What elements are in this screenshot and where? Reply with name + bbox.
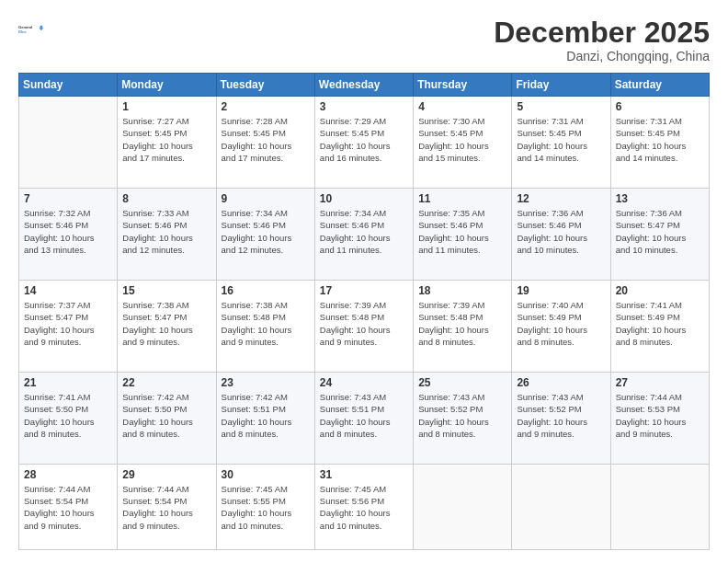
- calendar-cell: 26Sunrise: 7:43 AMSunset: 5:52 PMDayligh…: [512, 372, 610, 464]
- day-info: Sunrise: 7:34 AMSunset: 5:46 PMDaylight:…: [222, 207, 310, 256]
- calendar-cell: 27Sunrise: 7:44 AMSunset: 5:53 PMDayligh…: [610, 372, 709, 464]
- calendar-cell: 31Sunrise: 7:45 AMSunset: 5:56 PMDayligh…: [314, 464, 413, 549]
- logo: GeneralBlue: [18, 17, 44, 42]
- svg-text:Blue: Blue: [18, 29, 27, 34]
- svg-marker-2: [39, 26, 43, 31]
- day-number: 27: [616, 376, 704, 389]
- day-info: Sunrise: 7:44 AMSunset: 5:54 PMDaylight:…: [122, 483, 210, 532]
- day-info: Sunrise: 7:36 AMSunset: 5:47 PMDaylight:…: [616, 207, 704, 256]
- calendar-cell: 8Sunrise: 7:33 AMSunset: 5:46 PMDaylight…: [118, 189, 216, 281]
- day-info: Sunrise: 7:43 AMSunset: 5:52 PMDaylight:…: [517, 391, 605, 440]
- day-number: 14: [24, 284, 112, 297]
- day-number: 29: [122, 468, 210, 481]
- calendar-cell: 20Sunrise: 7:41 AMSunset: 5:49 PMDayligh…: [610, 281, 709, 373]
- day-number: 12: [517, 192, 605, 205]
- day-number: 8: [122, 192, 210, 205]
- day-info: Sunrise: 7:30 AMSunset: 5:45 PMDaylight:…: [418, 115, 506, 164]
- calendar-cell: 28Sunrise: 7:44 AMSunset: 5:54 PMDayligh…: [19, 464, 118, 549]
- day-info: Sunrise: 7:34 AMSunset: 5:46 PMDaylight:…: [320, 207, 408, 256]
- logo-icon: GeneralBlue: [18, 17, 44, 42]
- day-number: 20: [616, 284, 704, 297]
- weekday-header: Wednesday: [314, 74, 413, 97]
- weekday-header: Saturday: [610, 74, 709, 97]
- day-number: 30: [222, 468, 310, 481]
- day-number: 13: [616, 192, 704, 205]
- weekday-header: Friday: [512, 74, 610, 97]
- calendar-cell: 15Sunrise: 7:38 AMSunset: 5:47 PMDayligh…: [118, 281, 216, 373]
- calendar-cell: 17Sunrise: 7:39 AMSunset: 5:48 PMDayligh…: [314, 281, 413, 373]
- day-number: 21: [24, 376, 112, 389]
- calendar-cell: [19, 97, 118, 189]
- day-number: 18: [418, 284, 506, 297]
- day-info: Sunrise: 7:44 AMSunset: 5:53 PMDaylight:…: [616, 391, 704, 440]
- calendar-cell: 3Sunrise: 7:29 AMSunset: 5:45 PMDaylight…: [314, 97, 413, 189]
- calendar-cell: 10Sunrise: 7:34 AMSunset: 5:46 PMDayligh…: [314, 189, 413, 281]
- calendar-cell: 9Sunrise: 7:34 AMSunset: 5:46 PMDaylight…: [216, 189, 314, 281]
- day-info: Sunrise: 7:43 AMSunset: 5:52 PMDaylight:…: [418, 391, 506, 440]
- calendar-cell: 4Sunrise: 7:30 AMSunset: 5:45 PMDaylight…: [414, 97, 512, 189]
- day-info: Sunrise: 7:45 AMSunset: 5:56 PMDaylight:…: [320, 483, 408, 532]
- day-number: 19: [517, 284, 605, 297]
- header: GeneralBlue December 2025 Danzi, Chongqi…: [18, 17, 710, 63]
- day-info: Sunrise: 7:41 AMSunset: 5:49 PMDaylight:…: [616, 299, 704, 348]
- day-info: Sunrise: 7:39 AMSunset: 5:48 PMDaylight:…: [320, 299, 408, 348]
- calendar-cell: 25Sunrise: 7:43 AMSunset: 5:52 PMDayligh…: [414, 372, 512, 464]
- day-info: Sunrise: 7:31 AMSunset: 5:45 PMDaylight:…: [517, 115, 605, 164]
- calendar-cell: 12Sunrise: 7:36 AMSunset: 5:46 PMDayligh…: [512, 189, 610, 281]
- day-info: Sunrise: 7:42 AMSunset: 5:51 PMDaylight:…: [222, 391, 310, 440]
- weekday-header: Tuesday: [216, 74, 314, 97]
- calendar-cell: 16Sunrise: 7:38 AMSunset: 5:48 PMDayligh…: [216, 281, 314, 373]
- day-info: Sunrise: 7:27 AMSunset: 5:45 PMDaylight:…: [122, 115, 210, 164]
- day-info: Sunrise: 7:32 AMSunset: 5:46 PMDaylight:…: [24, 207, 112, 256]
- calendar-cell: 14Sunrise: 7:37 AMSunset: 5:47 PMDayligh…: [19, 281, 118, 373]
- page: GeneralBlue December 2025 Danzi, Chongqi…: [0, 0, 728, 563]
- day-info: Sunrise: 7:31 AMSunset: 5:45 PMDaylight:…: [616, 115, 704, 164]
- day-info: Sunrise: 7:33 AMSunset: 5:46 PMDaylight:…: [122, 207, 210, 256]
- day-number: 11: [418, 192, 506, 205]
- calendar-cell: [610, 464, 709, 549]
- calendar-cell: 5Sunrise: 7:31 AMSunset: 5:45 PMDaylight…: [512, 97, 610, 189]
- calendar-cell: 22Sunrise: 7:42 AMSunset: 5:50 PMDayligh…: [118, 372, 216, 464]
- calendar-cell: 7Sunrise: 7:32 AMSunset: 5:46 PMDaylight…: [19, 189, 118, 281]
- day-info: Sunrise: 7:37 AMSunset: 5:47 PMDaylight:…: [24, 299, 112, 348]
- day-info: Sunrise: 7:36 AMSunset: 5:46 PMDaylight:…: [517, 207, 605, 256]
- day-number: 23: [222, 376, 310, 389]
- day-number: 4: [418, 100, 506, 113]
- day-number: 17: [320, 284, 408, 297]
- calendar-cell: 23Sunrise: 7:42 AMSunset: 5:51 PMDayligh…: [216, 372, 314, 464]
- day-number: 5: [517, 100, 605, 113]
- calendar-table: SundayMondayTuesdayWednesdayThursdayFrid…: [18, 73, 710, 550]
- day-number: 25: [418, 376, 506, 389]
- day-info: Sunrise: 7:29 AMSunset: 5:45 PMDaylight:…: [320, 115, 408, 164]
- month-title: December 2025: [494, 17, 710, 49]
- calendar-cell: 21Sunrise: 7:41 AMSunset: 5:50 PMDayligh…: [19, 372, 118, 464]
- day-info: Sunrise: 7:39 AMSunset: 5:48 PMDaylight:…: [418, 299, 506, 348]
- calendar-cell: 6Sunrise: 7:31 AMSunset: 5:45 PMDaylight…: [610, 97, 709, 189]
- day-info: Sunrise: 7:45 AMSunset: 5:55 PMDaylight:…: [222, 483, 310, 532]
- location-subtitle: Danzi, Chongqing, China: [494, 49, 710, 63]
- calendar-cell: 1Sunrise: 7:27 AMSunset: 5:45 PMDaylight…: [118, 97, 216, 189]
- calendar-cell: 13Sunrise: 7:36 AMSunset: 5:47 PMDayligh…: [610, 189, 709, 281]
- calendar-cell: 19Sunrise: 7:40 AMSunset: 5:49 PMDayligh…: [512, 281, 610, 373]
- day-number: 2: [222, 100, 310, 113]
- day-number: 24: [320, 376, 408, 389]
- calendar-cell: 29Sunrise: 7:44 AMSunset: 5:54 PMDayligh…: [118, 464, 216, 549]
- calendar-cell: 18Sunrise: 7:39 AMSunset: 5:48 PMDayligh…: [414, 281, 512, 373]
- day-info: Sunrise: 7:42 AMSunset: 5:50 PMDaylight:…: [122, 391, 210, 440]
- calendar-cell: 2Sunrise: 7:28 AMSunset: 5:45 PMDaylight…: [216, 97, 314, 189]
- day-number: 22: [122, 376, 210, 389]
- calendar-cell: [512, 464, 610, 549]
- day-info: Sunrise: 7:41 AMSunset: 5:50 PMDaylight:…: [24, 391, 112, 440]
- day-number: 10: [320, 192, 408, 205]
- day-number: 1: [122, 100, 210, 113]
- day-info: Sunrise: 7:38 AMSunset: 5:48 PMDaylight:…: [222, 299, 310, 348]
- day-info: Sunrise: 7:40 AMSunset: 5:49 PMDaylight:…: [517, 299, 605, 348]
- title-block: December 2025 Danzi, Chongqing, China: [494, 17, 710, 63]
- calendar-cell: 30Sunrise: 7:45 AMSunset: 5:55 PMDayligh…: [216, 464, 314, 549]
- day-info: Sunrise: 7:38 AMSunset: 5:47 PMDaylight:…: [122, 299, 210, 348]
- day-info: Sunrise: 7:43 AMSunset: 5:51 PMDaylight:…: [320, 391, 408, 440]
- day-number: 31: [320, 468, 408, 481]
- day-number: 28: [24, 468, 112, 481]
- weekday-header: Thursday: [414, 74, 512, 97]
- weekday-header: Sunday: [19, 74, 118, 97]
